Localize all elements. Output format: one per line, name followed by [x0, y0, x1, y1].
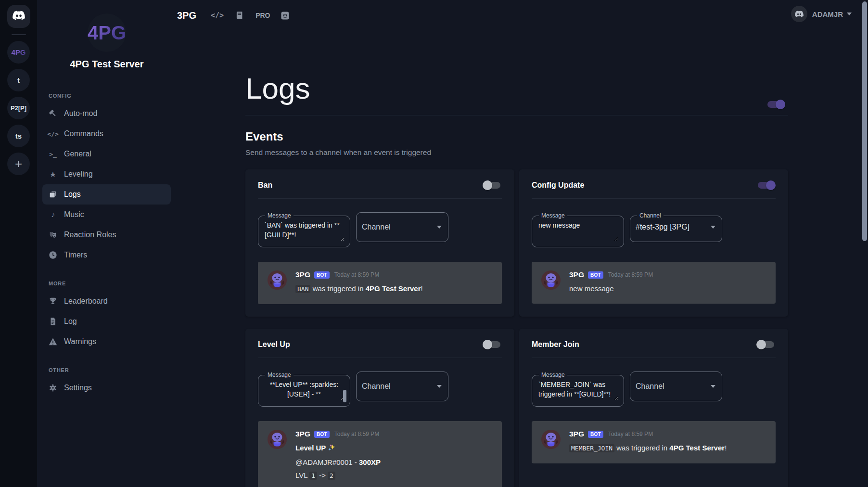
- channel-placeholder: Channel: [636, 382, 664, 391]
- sidebar-item-general[interactable]: >_ General: [48, 144, 165, 164]
- sidebar-item-timers[interactable]: Timers: [48, 245, 165, 265]
- title-divider: [245, 115, 788, 115]
- terminal-icon: >_: [48, 149, 58, 159]
- gear-icon: [48, 383, 58, 393]
- sparkles-icon: [328, 443, 336, 456]
- guild-logo: 4PG: [88, 13, 126, 52]
- channel-placeholder: Channel: [362, 223, 391, 231]
- logs-enabled-toggle[interactable]: [766, 99, 785, 110]
- sidebar-item-settings[interactable]: Settings: [48, 378, 165, 398]
- music-note-icon: ♪: [48, 210, 58, 219]
- card-title: Config Update: [532, 181, 584, 190]
- section-label-other: OTHER: [49, 367, 165, 373]
- events-heading: Events: [245, 130, 788, 143]
- channel-select[interactable]: Channel: [630, 372, 722, 401]
- card-divider: [532, 198, 776, 199]
- preview-message: BAN was triggered in 4PG Test Server!: [295, 282, 423, 295]
- star-icon: ★: [48, 169, 58, 179]
- card-title: Level Up: [258, 340, 290, 349]
- server-item-4pg[interactable]: 4PG: [7, 41, 30, 64]
- user-menu[interactable]: ADAMJR: [791, 6, 852, 22]
- channel-value: #test-3pg [3PG]: [636, 223, 689, 231]
- server-item-ts[interactable]: ts: [7, 125, 30, 147]
- config-update-toggle[interactable]: [756, 180, 776, 191]
- scrollbar-thumb[interactable]: [862, 1, 867, 241]
- sidebar-item-auto-mod[interactable]: Auto-mod: [48, 103, 165, 124]
- hammer-icon: [48, 109, 58, 118]
- avatar: [791, 6, 807, 22]
- message-label: Message: [265, 372, 294, 378]
- code-icon[interactable]: </>: [211, 11, 224, 20]
- sidebar-item-reaction-roles[interactable]: Reaction Roles: [48, 225, 165, 245]
- discord-server-icon[interactable]: [281, 11, 290, 20]
- sidebar-item-commands[interactable]: </> Commands: [48, 124, 165, 144]
- level-up-toggle[interactable]: [483, 339, 502, 350]
- docs-book-icon[interactable]: [235, 11, 244, 20]
- message-input[interactable]: `MEMBER_JOIN` was triggered in **[GUILD]…: [537, 379, 618, 400]
- code-icon: </>: [48, 129, 58, 139]
- preview-message-line1: Level UP: [295, 441, 381, 456]
- add-server-button[interactable]: +: [7, 153, 30, 175]
- bot-badge: BOT: [588, 271, 603, 279]
- message-field: Message new message: [532, 212, 624, 247]
- preview-message: new message: [569, 282, 653, 295]
- discord-message-preview: 3PG BOT Today at 8:59 PM Level UP @ADAMJ…: [258, 421, 502, 487]
- ban-toggle[interactable]: [483, 180, 502, 191]
- event-card-ban: Ban Message `BAN` was triggered in ** [G…: [245, 169, 514, 317]
- channel-select[interactable]: Channel #test-3pg [3PG]: [630, 212, 722, 242]
- sidebar: 4PG 4PG Test Server CONFIG Auto-mod </> …: [37, 0, 177, 487]
- server-item-t[interactable]: t: [7, 69, 30, 91]
- chevron-down-icon: [847, 13, 852, 15]
- event-card-member-join: Member Join Message `MEMBER_JOIN` was tr…: [519, 329, 788, 487]
- dropdown-caret-icon: [437, 385, 442, 388]
- logs-icon: [48, 190, 58, 199]
- sidebar-item-warnings[interactable]: Warnings: [48, 332, 165, 352]
- dropdown-caret-icon: [711, 226, 715, 229]
- bot-badge: BOT: [314, 271, 330, 279]
- page-scrollbar: [861, 0, 868, 487]
- sidebar-item-leveling[interactable]: ★ Leveling: [48, 164, 165, 184]
- section-label-config: CONFIG: [49, 93, 165, 99]
- sidebar-item-music[interactable]: ♪ Music: [48, 205, 165, 225]
- sidebar-item-log[interactable]: Log: [48, 311, 165, 332]
- server-item-p2p[interactable]: P2[P]: [7, 97, 30, 119]
- pro-link[interactable]: PRO: [255, 12, 270, 19]
- message-input[interactable]: **Level UP** :sparkles: [USER] - **: [264, 379, 345, 400]
- timestamp: Today at 8:59 PM: [334, 431, 379, 437]
- textarea-scrollbar[interactable]: [343, 390, 346, 402]
- message-label: Message: [539, 212, 567, 219]
- channel-select[interactable]: Channel: [356, 212, 448, 242]
- card-divider: [258, 198, 502, 199]
- events-description: Send messages to a channel when an event…: [245, 148, 788, 157]
- bot-avatar-icon: [541, 270, 561, 290]
- sidebar-item-leaderboard[interactable]: Leaderboard: [48, 291, 165, 311]
- card-title: Ban: [258, 181, 272, 190]
- message-input[interactable]: `BAN` was triggered in ** [GUILD]**!: [264, 220, 345, 241]
- bot-badge: BOT: [588, 431, 603, 438]
- bot-avatar-icon: [268, 270, 287, 290]
- events-grid: Ban Message `BAN` was triggered in ** [G…: [245, 169, 788, 487]
- clock-icon: [48, 250, 58, 260]
- event-card-level-up: Level Up Message **Level UP** :sparkles:…: [245, 329, 514, 487]
- dropdown-caret-icon: [437, 226, 442, 229]
- member-join-toggle[interactable]: [756, 339, 776, 350]
- rail-divider: [12, 34, 26, 35]
- message-input[interactable]: new message: [537, 220, 618, 241]
- message-label: Message: [539, 372, 567, 378]
- bot-name: 3PG: [295, 430, 310, 438]
- preview-message: MEMBER_JOIN was triggered in 4PG Test Se…: [569, 441, 727, 455]
- channel-select[interactable]: Channel: [356, 372, 448, 401]
- sidebar-item-logs[interactable]: Logs: [42, 184, 171, 205]
- event-card-config-update: Config Update Message new message Channe…: [519, 169, 788, 317]
- card-divider: [532, 358, 776, 358]
- bot-badge: BOT: [314, 431, 330, 438]
- card-divider: [258, 358, 502, 358]
- discord-logo-icon: [13, 11, 25, 22]
- theater-masks-icon: [48, 230, 58, 240]
- bot-name: 3PG: [569, 430, 584, 438]
- bot-avatar-icon: [268, 430, 287, 449]
- main-content: Logs Events Send messages to a channel w…: [245, 71, 788, 487]
- message-field: Message **Level UP** :sparkles: [USER] -…: [258, 372, 350, 407]
- brand-link[interactable]: 3PG: [177, 10, 196, 21]
- discord-home-button[interactable]: [7, 5, 30, 28]
